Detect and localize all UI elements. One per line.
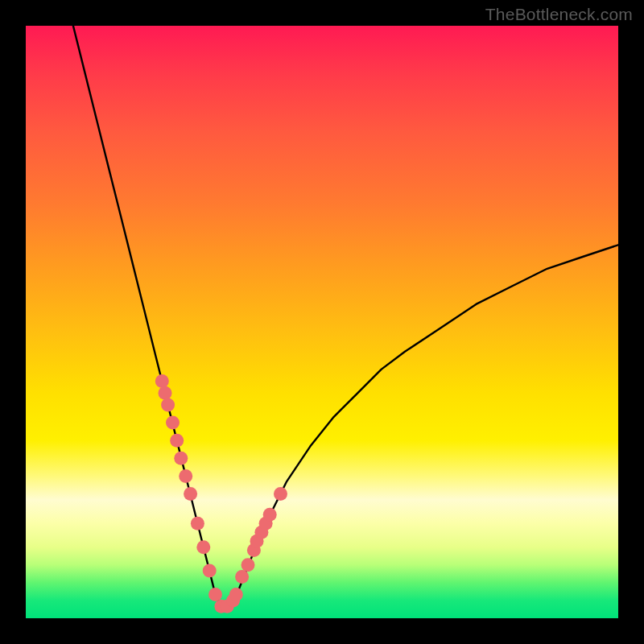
data-point xyxy=(274,487,287,501)
data-point xyxy=(229,588,243,601)
data-point xyxy=(203,564,217,578)
data-point xyxy=(242,558,255,572)
data-point xyxy=(174,452,188,465)
curve-path xyxy=(73,26,618,606)
plot-svg xyxy=(26,26,618,618)
data-point xyxy=(184,487,197,501)
data-point xyxy=(155,374,169,388)
data-point xyxy=(191,517,204,530)
data-point xyxy=(161,398,175,412)
bottleneck-curve xyxy=(73,26,618,606)
data-point xyxy=(208,588,222,601)
data-point xyxy=(159,386,172,400)
data-point xyxy=(263,508,277,522)
data-point xyxy=(170,434,184,448)
watermark-text: TheBottleneck.com xyxy=(485,5,633,24)
data-point xyxy=(196,540,210,554)
chart-frame: TheBottleneck.com xyxy=(0,0,644,644)
data-point xyxy=(179,469,192,483)
data-point xyxy=(235,570,249,584)
data-point xyxy=(166,416,180,430)
plot-area xyxy=(26,26,618,618)
data-point-markers xyxy=(155,374,287,613)
